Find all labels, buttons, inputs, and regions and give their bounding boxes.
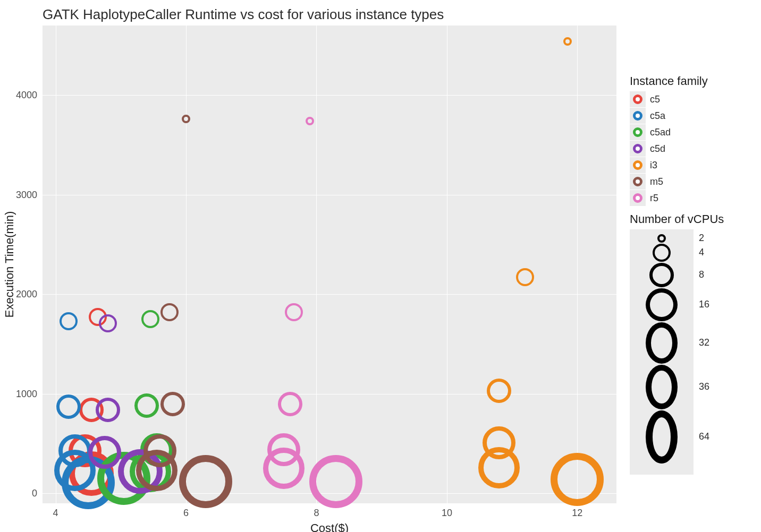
data-point-m5-64 [179, 455, 232, 508]
data-point-c5d-4 [99, 314, 117, 332]
gridline-v [316, 25, 317, 503]
data-point-i3-4 [516, 268, 534, 286]
data-point-r5-8 [278, 392, 302, 416]
legend-size-label: 8 [699, 269, 704, 280]
legend-color-title: Instance family [630, 74, 752, 88]
legend-size-item-8 [630, 262, 694, 288]
gridline-h [43, 294, 616, 295]
legend-color-label: c5 [650, 94, 660, 105]
legend-instance-family: Instance family c5c5ac5adc5di3m5r5 [630, 74, 752, 207]
legend-swatch-icon [633, 160, 642, 170]
legend-color-label: m5 [650, 176, 663, 187]
x-axis-label: Cost($) [310, 521, 349, 532]
data-point-c5ad-8 [134, 393, 159, 418]
data-point-i3-8 [487, 379, 511, 403]
legend-size-item-2 [630, 234, 694, 243]
legend-swatch-icon [633, 144, 642, 153]
data-point-i3-2 [563, 37, 572, 46]
x-tick: 12 [572, 508, 582, 519]
legend-size-circle-icon [646, 288, 678, 321]
legend-color-item-i3: i3 [630, 157, 752, 173]
gridline-v [56, 25, 56, 503]
legend-size-item-32 [630, 322, 694, 364]
legend-size-label: 36 [699, 381, 709, 392]
legend-color-item-c5a: c5a [630, 108, 752, 124]
legend-size-label: 32 [699, 337, 709, 348]
y-tick: 4000 [16, 90, 37, 101]
legend-swatch-icon [633, 127, 642, 137]
legend-size-circle-icon [646, 410, 678, 464]
data-point-c5d-8 [96, 398, 120, 422]
legend-swatch-icon [633, 177, 642, 186]
legend-size-label: 16 [699, 299, 709, 310]
chart-title: GATK HaplotypeCaller Runtime vs cost for… [43, 6, 444, 23]
legend-vcpus: Number of vCPUs 24816323664 [630, 212, 752, 475]
legend-size-circle-icon [646, 365, 678, 409]
data-point-m5-4 [160, 303, 179, 321]
legend-size-label: 64 [699, 431, 709, 442]
y-axis-label: Execution Time(min) [3, 211, 16, 318]
legend-color-item-c5d: c5d [630, 141, 752, 157]
x-tick: 6 [183, 508, 189, 519]
data-point-i3-64 [551, 453, 604, 506]
legend-size-title: Number of vCPUs [630, 212, 752, 226]
legend-swatch-icon [633, 111, 642, 121]
y-tick: 0 [32, 488, 37, 499]
data-point-c5a-4 [60, 312, 78, 330]
plot-area: Cost($) Execution Time(min) 468101201000… [43, 25, 616, 503]
gridline-v [447, 25, 447, 503]
data-point-c5a-8 [56, 394, 81, 419]
legend-size-circle-icon [649, 263, 674, 287]
legend-size-label: 2 [699, 233, 704, 244]
legend-color-label: i3 [650, 160, 657, 171]
legend-size-item-4 [630, 243, 694, 262]
legend-size-item-16 [630, 288, 694, 322]
legend-color-item-c5: c5 [630, 91, 752, 107]
legend-size-label: 4 [699, 247, 704, 258]
legend-size-circle-icon [657, 234, 666, 243]
data-point-r5-64 [309, 455, 362, 508]
x-tick: 8 [314, 508, 319, 519]
legend-swatch-icon [633, 193, 642, 203]
legend-swatch-icon [633, 95, 642, 104]
y-tick: 3000 [16, 189, 37, 200]
gridline-v [186, 25, 187, 503]
y-tick: 2000 [16, 289, 37, 300]
x-tick: 4 [53, 508, 58, 519]
legend-color-label: c5d [650, 143, 665, 155]
data-point-m5-32 [136, 450, 177, 491]
legend-color-label: r5 [650, 193, 658, 204]
x-tick: 10 [442, 508, 452, 519]
legend-color-label: c5ad [650, 127, 671, 138]
legend-color-item-m5: m5 [630, 174, 752, 190]
chart-container: GATK HaplotypeCaller Runtime vs cost for… [0, 0, 761, 532]
data-point-m5-2 [182, 115, 190, 123]
gridline-h [43, 95, 616, 96]
legend-color-item-c5ad: c5ad [630, 124, 752, 140]
legend-color-item-r5: r5 [630, 190, 752, 206]
y-tick: 1000 [16, 388, 37, 399]
legend-color-label: c5a [650, 110, 665, 122]
legend-size-item-64 [630, 410, 694, 464]
legend-size-circle-icon [653, 244, 671, 262]
gridline-v [577, 25, 578, 503]
data-point-r5-32 [263, 448, 305, 489]
legend-size-item-36 [630, 364, 694, 410]
data-point-m5-8 [160, 392, 185, 416]
data-point-i3-32 [478, 447, 520, 488]
data-point-c5d-16 [88, 436, 121, 469]
data-point-c5ad-4 [141, 310, 159, 328]
gridline-h [43, 195, 616, 195]
data-point-r5-4 [285, 303, 303, 321]
data-point-r5-2 [306, 117, 314, 125]
legend-size-circle-icon [646, 322, 678, 364]
gridline-h [43, 394, 616, 394]
